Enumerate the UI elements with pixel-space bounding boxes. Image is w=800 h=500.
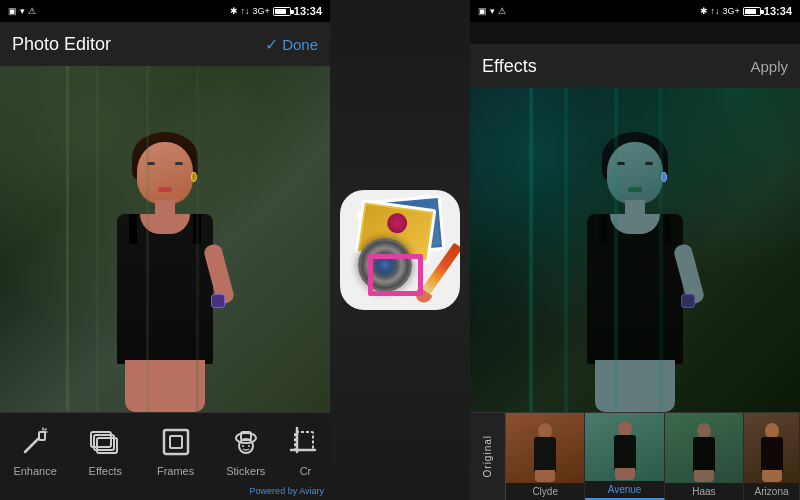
done-label: Done	[282, 36, 318, 53]
chest-skin	[140, 214, 190, 234]
crop-icon-wrap	[286, 423, 324, 461]
clyde-person	[525, 423, 565, 483]
right-status-bar: ▣ ▾ ⚠ ✱ ↑↓ 3G+ 13:34	[470, 0, 800, 22]
enhance-label: Enhance	[13, 465, 56, 477]
right-bluetooth-icon: ✱	[700, 6, 708, 16]
bluetooth-icon: ✱	[230, 6, 238, 16]
strap-l-r	[599, 214, 607, 244]
strap-r-r	[663, 214, 671, 244]
face-shape	[137, 142, 193, 204]
credit-brand: Aviary	[299, 486, 324, 496]
left-photo-background	[0, 66, 330, 412]
app-title: Photo Editor	[12, 34, 111, 55]
right-wifi-icon: ▾	[490, 6, 495, 16]
effects-title: Effects	[482, 56, 537, 77]
stickers-label: Stickers	[226, 465, 265, 477]
credit-prefix: Powered by	[250, 486, 298, 496]
tool-frames[interactable]: Frames	[140, 419, 210, 477]
arizona-person	[752, 423, 792, 483]
strap-right	[193, 214, 201, 244]
signal-icon: ↑↓	[241, 6, 250, 16]
right-panel: ▣ ▾ ⚠ ✱ ↑↓ 3G+ 13:34 Effects Apply	[470, 0, 800, 500]
crop-label: Cr	[300, 465, 312, 477]
avenue-thumbnail	[585, 413, 663, 481]
body-dress	[117, 214, 213, 364]
haas-thumbnail	[665, 413, 743, 483]
crop-icon	[287, 424, 323, 460]
left-status-icons: ▣ ▾ ⚠	[8, 6, 36, 16]
earring	[191, 172, 197, 182]
arizona-photo	[744, 413, 799, 483]
right-status-icons: ▣ ▾ ⚠	[478, 6, 506, 16]
app-logo	[340, 190, 460, 310]
done-button[interactable]: ✓ Done	[265, 35, 318, 54]
body-right	[587, 214, 683, 364]
frames-icon	[158, 424, 194, 460]
effect-arizona[interactable]: Arizona	[744, 413, 800, 500]
toolbar-bottom: Enhance Effects Frames	[0, 412, 330, 500]
effect-thumbnails: Clyde Avenue	[506, 413, 800, 500]
effect-haas[interactable]: Haas	[665, 413, 744, 500]
center-logo-area	[330, 0, 470, 500]
ring-detail	[211, 294, 225, 308]
svg-line-5	[45, 429, 46, 430]
eye-right	[175, 162, 183, 165]
arizona-thumbnail	[744, 413, 799, 483]
right-photo-background	[470, 88, 800, 412]
pink-frame	[368, 254, 423, 296]
effect-avenue[interactable]: Avenue	[585, 413, 664, 500]
left-time: 13:34	[294, 5, 322, 17]
tool-enhance[interactable]: Enhance	[0, 419, 70, 477]
haas-person	[684, 423, 724, 483]
original-tab[interactable]: Original	[470, 413, 506, 500]
enhance-icon	[17, 424, 53, 460]
left-status-bar: ▣ ▾ ⚠ ✱ ↑↓ 3G+ 13:34	[0, 0, 330, 22]
haas-photo	[665, 413, 743, 483]
check-icon: ✓	[265, 35, 278, 54]
right-signal-icon: ↑↓	[711, 6, 720, 16]
effects-header: Effects Apply	[470, 44, 800, 88]
lips	[158, 187, 172, 192]
effect-clyde[interactable]: Clyde	[506, 413, 585, 500]
left-photo-area	[0, 66, 330, 412]
stickers-icon	[228, 424, 264, 460]
tool-effects[interactable]: Effects	[70, 419, 140, 477]
person-silhouette-left	[85, 132, 245, 412]
haas-label: Haas	[692, 483, 715, 500]
avenue-person	[605, 421, 645, 481]
earring-right	[661, 172, 667, 182]
strap-left	[129, 214, 137, 244]
svg-rect-1	[39, 432, 45, 440]
legs-skin	[125, 360, 205, 412]
tool-crop[interactable]: Cr	[281, 419, 330, 477]
avenue-photo	[585, 413, 663, 481]
svg-line-2	[31, 444, 33, 446]
right-status-right: ✱ ↑↓ 3G+ 13:34	[700, 5, 792, 17]
eye-left	[147, 162, 155, 165]
svg-rect-10	[170, 436, 182, 448]
tool-stickers[interactable]: Stickers	[211, 419, 281, 477]
original-label: Original	[482, 435, 493, 477]
person-silhouette-right	[555, 132, 715, 412]
right-time: 13:34	[764, 5, 792, 17]
effects-label: Effects	[89, 465, 122, 477]
clyde-photo	[506, 413, 584, 483]
left-panel: ▣ ▾ ⚠ ✱ ↑↓ 3G+ 13:34 Photo Editor ✓ Done	[0, 0, 330, 500]
eye-r-r	[645, 162, 653, 165]
chest-right	[610, 214, 660, 234]
notification-icon: ▣	[8, 6, 17, 16]
alert-icon: ⚠	[28, 6, 36, 16]
clyde-label: Clyde	[532, 483, 558, 500]
network-type-left: 3G+	[253, 6, 270, 16]
effects-icon	[87, 424, 123, 460]
aviary-credit: Powered by Aviary	[250, 486, 324, 496]
right-notification-icon: ▣	[478, 6, 487, 16]
frames-label: Frames	[157, 465, 194, 477]
right-photo-area	[470, 88, 800, 412]
apply-button[interactable]: Apply	[750, 58, 788, 75]
ring-right	[681, 294, 695, 308]
left-status-right: ✱ ↑↓ 3G+ 13:34	[230, 5, 322, 17]
logo-background	[340, 190, 460, 310]
frames-icon-wrap	[157, 423, 195, 461]
lips-right	[628, 187, 642, 192]
